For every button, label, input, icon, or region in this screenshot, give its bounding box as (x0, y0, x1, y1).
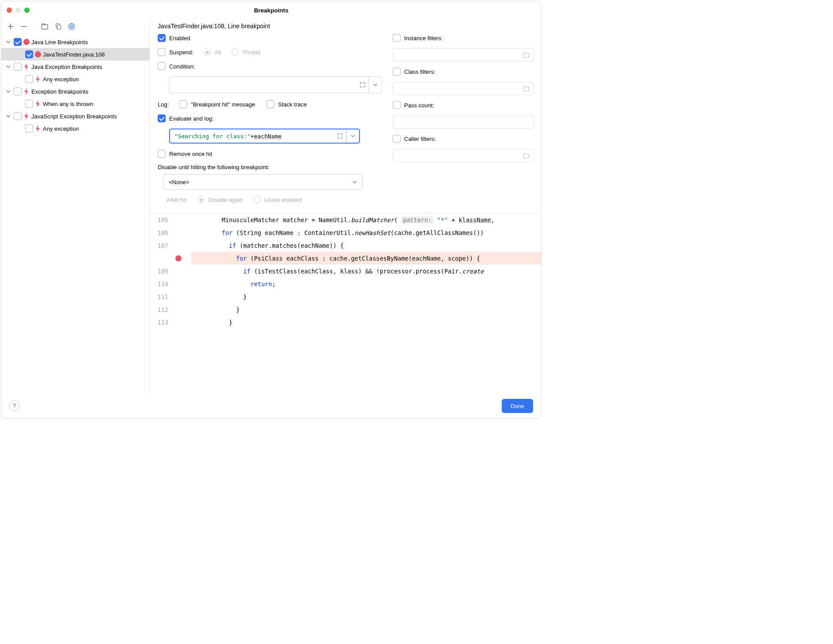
add-breakpoint-button[interactable] (6, 22, 15, 31)
details-panel: JavaTestFinder.java:108, Line breakpoint… (150, 19, 541, 394)
instance-filters-label: Instance filters: (404, 35, 443, 42)
minimize-window-icon[interactable] (15, 8, 21, 13)
condition-input[interactable] (169, 76, 382, 93)
tree-item[interactable]: Any exception (1, 122, 149, 135)
instance-filters-checkbox[interactable] (393, 34, 401, 42)
group-by-file-button[interactable] (40, 22, 50, 31)
suspend-label: Suspend: (169, 49, 193, 56)
leave-enabled-label: Leave enabled (264, 197, 302, 203)
exception-bolt-icon (23, 63, 30, 70)
help-button[interactable]: ? (9, 401, 20, 411)
chevron-down-icon (352, 180, 357, 184)
condition-dropdown-icon[interactable] (368, 77, 382, 93)
window-title: Breakpoints (1, 7, 541, 14)
chevron-down-icon[interactable] (5, 63, 12, 70)
leave-enabled-radio[interactable] (254, 196, 261, 203)
code-line: 109 if (isTestClass(eachClass, klass) &&… (150, 265, 541, 277)
checkbox[interactable] (14, 87, 22, 95)
code-line: 113 } (150, 316, 541, 329)
suspend-all-radio[interactable] (204, 49, 211, 56)
condition-checkbox[interactable] (158, 62, 166, 70)
footer: ? Done (1, 394, 541, 418)
instance-filters-input[interactable] (393, 48, 534, 61)
chevron-down-icon[interactable] (5, 38, 12, 45)
log-label: Log: (158, 101, 169, 108)
line-number: 111 (150, 293, 172, 300)
svg-point-4 (71, 26, 73, 28)
evaluate-dropdown-icon[interactable] (346, 129, 359, 143)
caller-filters-label: Caller filters: (404, 136, 436, 142)
folder-icon[interactable] (523, 52, 530, 58)
copy-breakpoint-button[interactable] (53, 22, 63, 31)
checkbox[interactable] (25, 75, 33, 83)
pass-count-input[interactable] (393, 115, 534, 129)
exception-bolt-icon (35, 100, 41, 107)
disable-again-radio[interactable] (197, 196, 204, 203)
evaluate-checkbox[interactable] (158, 114, 166, 122)
close-window-icon[interactable] (7, 8, 12, 13)
expand-icon[interactable] (337, 133, 343, 139)
tree-group[interactable]: JavaScript Exception Breakpoints (1, 110, 149, 122)
toggle-preview-button[interactable] (67, 22, 76, 31)
class-filters-input[interactable] (393, 82, 534, 95)
breakpoint-tree[interactable]: Java Line Breakpoints JavaTestFinder.jav… (1, 34, 149, 136)
done-button[interactable]: Done (502, 399, 533, 413)
tree-group[interactable]: Java Line Breakpoints (1, 36, 149, 48)
suspend-all-label: All (215, 49, 221, 56)
checkbox[interactable] (14, 63, 22, 71)
tree-item[interactable]: When any is thrown (1, 98, 149, 110)
code-text: if (matcher.matches(eachName)) { (191, 242, 541, 249)
evaluate-input[interactable]: "Searching for class:" + eachName (169, 129, 360, 144)
line-number: 106 (150, 229, 172, 236)
tree-group[interactable]: Exception Breakpoints (1, 85, 149, 98)
after-hit-row: After hit: Disable again Leave enabled (158, 196, 382, 203)
remove-once-checkbox[interactable] (158, 150, 166, 158)
stack-trace-checkbox[interactable] (266, 100, 274, 108)
exception-bolt-icon (35, 125, 41, 132)
maximize-window-icon[interactable] (24, 8, 30, 13)
breakpoint-dot-icon (175, 255, 182, 261)
disable-until-select[interactable]: <None> (163, 174, 363, 190)
tree-group[interactable]: Java Exception Breakpoints (1, 61, 149, 73)
enabled-checkbox[interactable] (158, 34, 166, 42)
checkbox[interactable] (14, 38, 22, 46)
after-hit-label: After hit: (167, 197, 188, 203)
disable-until-label: Disable until hitting the following brea… (158, 164, 269, 170)
checkbox[interactable] (25, 125, 33, 133)
pass-count-checkbox[interactable] (393, 101, 401, 109)
line-number: 112 (150, 306, 172, 313)
code-line: 110 return; (150, 277, 541, 290)
tree-item-label: JavaTestFinder.java:108 (43, 51, 105, 58)
chevron-down-icon[interactable] (5, 113, 12, 120)
expand-icon[interactable] (360, 82, 366, 88)
code-text: MinusculeMatcher matcher = NameUtil.buil… (191, 216, 541, 224)
caller-filters-input[interactable] (393, 149, 534, 162)
class-filters-label: Class filters: (404, 68, 435, 75)
chevron-down-icon[interactable] (5, 88, 12, 95)
bp-hit-checkbox[interactable] (179, 100, 187, 108)
folder-icon[interactable] (523, 152, 530, 159)
suspend-thread-radio[interactable] (231, 49, 239, 56)
sidebar-toolbar (1, 19, 149, 34)
svg-rect-2 (57, 25, 61, 30)
tree-item[interactable]: JavaTestFinder.java:108 (1, 48, 149, 61)
class-filters-checkbox[interactable] (393, 68, 401, 76)
code-line: 111 } (150, 290, 541, 303)
checkbox[interactable] (25, 100, 33, 108)
checkbox[interactable] (25, 50, 33, 58)
checkbox[interactable] (14, 112, 22, 120)
line-number: 109 (150, 268, 172, 275)
suspend-checkbox[interactable] (158, 48, 166, 56)
line-number: 113 (150, 319, 172, 326)
titlebar: Breakpoints (1, 1, 541, 19)
caller-filters-checkbox[interactable] (393, 135, 401, 143)
breakpoint-title: JavaTestFinder.java:108, Line breakpoint (150, 19, 541, 31)
gutter-breakpoint[interactable] (172, 255, 185, 261)
disable-until-value: <None> (169, 179, 189, 186)
folder-icon[interactable] (523, 85, 530, 91)
remove-once-label: Remove once hit (169, 151, 212, 157)
tree-item[interactable]: Any exception (1, 73, 149, 85)
code-line: 105 MinusculeMatcher matcher = NameUtil.… (150, 213, 541, 226)
remove-breakpoint-button[interactable] (19, 22, 29, 31)
line-number: 110 (150, 280, 172, 288)
